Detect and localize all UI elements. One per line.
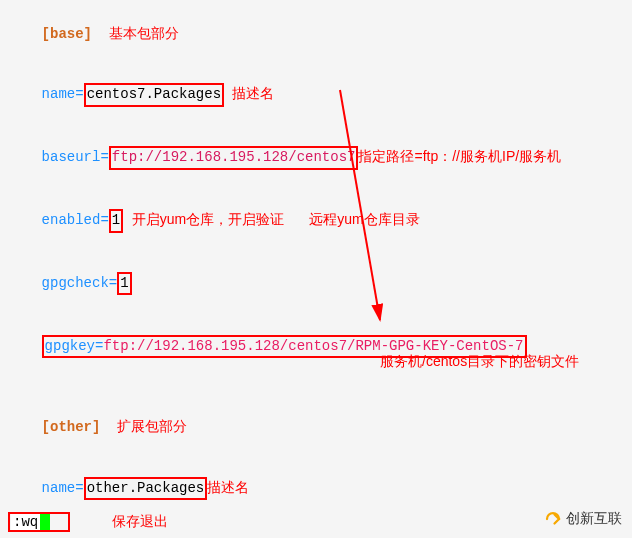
- anno-base-section: 基本包部分: [109, 25, 179, 41]
- anno-other-name: 描述名: [207, 479, 249, 495]
- logo-icon: [544, 510, 562, 528]
- key-enabled: enabled=: [42, 212, 109, 228]
- anno-enable: 开启yum仓库，开启验证: [132, 211, 284, 227]
- vim-command: :wq: [11, 514, 40, 530]
- anno-save-exit: 保存退出: [112, 513, 168, 529]
- section-other: [other]: [42, 419, 101, 435]
- key-gpgcheck: gpgcheck=: [42, 275, 118, 291]
- line-gpgcheck: gpgcheck=1: [8, 252, 624, 315]
- val-baseurl: ftp://192.168.195.128/centos7: [112, 149, 356, 165]
- cursor-icon: [40, 514, 50, 530]
- key-name: name=: [42, 86, 84, 102]
- line-gpgkey: gpgkey=ftp://192.168.195.128/centos7/RPM…: [8, 315, 624, 378]
- watermark-logo: 创新互联: [544, 510, 622, 528]
- anno-other-section: 扩展包部分: [117, 418, 187, 434]
- line-enabled: enabled=1 开启yum仓库，开启验证 远程yum仓库目录: [8, 189, 624, 252]
- key-other-name: name=: [42, 480, 84, 496]
- anno-name: 描述名: [232, 85, 274, 101]
- line-other-section: [other] 扩展包部分: [8, 397, 624, 457]
- key-gpgkey: gpgkey=: [45, 338, 104, 354]
- val-gpgcheck: 1: [120, 275, 128, 291]
- anno-baseurl: 指定路径=ftp：//服务机IP/服务机: [358, 148, 561, 164]
- vim-editor: [base] 基本包部分 name=centos7.Packages 描述名 b…: [0, 0, 632, 538]
- anno-remote-yum: 远程yum仓库目录: [309, 211, 419, 227]
- logo-text: 创新互联: [566, 510, 622, 528]
- line-base-url: baseurl=ftp://192.168.195.128/centos7指定路…: [8, 127, 624, 190]
- line-other-name: name=other.Packages描述名: [8, 457, 624, 520]
- val-gpgkey: ftp://192.168.195.128/centos7/RPM-GPG-KE…: [103, 338, 523, 354]
- key-baseurl: baseurl=: [42, 149, 109, 165]
- line-base-section: [base] 基本包部分: [8, 4, 624, 64]
- val-name: centos7.Packages: [87, 86, 221, 102]
- line-base-name: name=centos7.Packages 描述名: [8, 64, 624, 127]
- vim-command-line[interactable]: :wq 保存退出: [8, 512, 168, 532]
- val-enabled: 1: [112, 212, 120, 228]
- section-base: [base]: [42, 26, 92, 42]
- val-other-name: other.Packages: [87, 480, 205, 496]
